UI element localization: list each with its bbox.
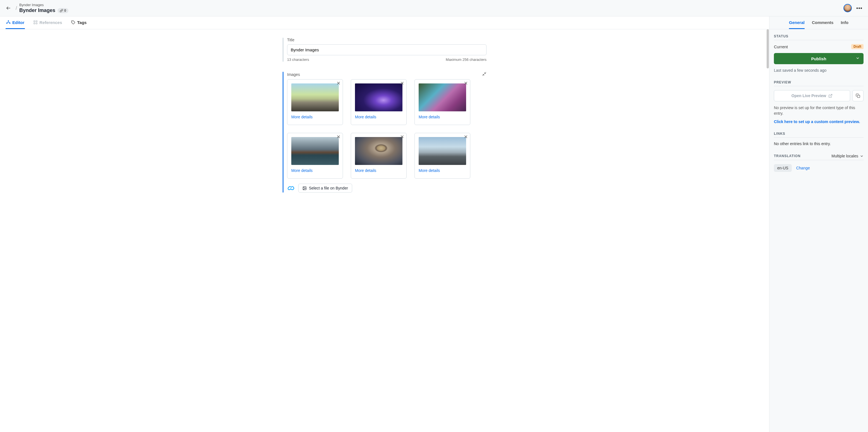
close-icon <box>464 81 468 85</box>
references-count: 0 <box>64 9 66 12</box>
image-card: More details <box>287 79 343 125</box>
tab-tags[interactable]: Tags <box>70 16 87 29</box>
title-max-chars: Maximum 256 characters <box>446 58 487 62</box>
remove-image-button[interactable] <box>336 134 341 140</box>
svg-rect-2 <box>6 23 7 24</box>
close-icon <box>337 135 340 139</box>
status-badge: Draft <box>851 44 864 49</box>
svg-line-23 <box>830 94 832 96</box>
breadcrumb-content-type[interactable]: Bynder Images <box>19 3 68 7</box>
svg-rect-5 <box>36 21 37 22</box>
references-badge[interactable]: 0 <box>58 8 68 13</box>
close-icon <box>400 81 404 85</box>
back-button[interactable] <box>6 5 11 11</box>
image-thumbnail <box>291 137 339 165</box>
image-card: More details <box>414 133 470 178</box>
remove-image-button[interactable] <box>463 134 468 140</box>
page-title: Bynder Images <box>19 7 55 13</box>
field-images: Images More details <box>283 72 487 193</box>
main-tabs: Editor References Tags <box>0 16 769 29</box>
remove-image-button[interactable] <box>336 81 341 87</box>
image-thumbnail <box>355 84 402 111</box>
tag-icon <box>71 20 75 25</box>
image-card: More details <box>351 133 407 178</box>
publish-button[interactable]: Publish <box>774 53 864 64</box>
bynder-logo-icon <box>287 185 294 192</box>
image-thumbnail <box>418 137 466 165</box>
chevron-down-icon <box>860 154 864 158</box>
more-details-link[interactable]: More details <box>291 168 312 173</box>
title-input[interactable] <box>287 44 487 55</box>
sidebar-tab-comments[interactable]: Comments <box>812 16 834 29</box>
preview-heading: PREVIEW <box>774 80 864 86</box>
copy-preview-button[interactable] <box>852 90 864 101</box>
close-icon <box>464 135 468 139</box>
references-icon <box>33 20 38 25</box>
translation-heading: TRANSLATION <box>774 154 801 158</box>
chevron-down-icon <box>856 56 860 61</box>
last-saved-text: Last saved a few seconds ago <box>774 68 864 72</box>
locale-pill: en-US <box>774 164 792 172</box>
image-card: More details <box>414 79 470 125</box>
image-thumbnail <box>291 84 339 111</box>
svg-rect-7 <box>36 23 37 24</box>
tab-references: References <box>33 16 63 29</box>
sidebar-tab-general[interactable]: General <box>789 16 805 29</box>
sidebar-tab-info[interactable]: Info <box>841 16 848 29</box>
close-icon <box>337 81 340 85</box>
select-file-button[interactable]: Select a file on Bynder <box>298 184 352 193</box>
avatar[interactable] <box>843 4 852 12</box>
preview-desc: No preview is set up for the content typ… <box>774 105 864 116</box>
image-thumbnail <box>355 137 402 165</box>
setup-preview-link[interactable]: Click here to set up a custom content pr… <box>774 120 860 124</box>
more-details-link[interactable]: More details <box>291 115 312 119</box>
svg-rect-3 <box>9 23 10 24</box>
svg-rect-1 <box>8 21 9 22</box>
svg-rect-4 <box>34 21 35 22</box>
multiple-locales-dropdown[interactable]: Multiple locales <box>831 154 864 158</box>
field-title-label: Title <box>287 38 487 42</box>
svg-rect-6 <box>34 23 35 24</box>
status-current-label: Current <box>774 44 788 49</box>
remove-image-button[interactable] <box>463 81 468 87</box>
tab-editor[interactable]: Editor <box>6 16 25 29</box>
image-card: More details <box>351 79 407 125</box>
links-desc: No other entries link to this entry. <box>774 141 864 146</box>
field-expand-button[interactable] <box>482 72 487 77</box>
editor-icon <box>6 20 10 25</box>
remove-image-button[interactable] <box>400 134 405 140</box>
close-icon <box>400 135 404 139</box>
more-details-link[interactable]: More details <box>418 168 440 173</box>
external-link-icon <box>828 94 833 98</box>
more-details-link[interactable]: More details <box>355 168 376 173</box>
field-images-label: Images <box>287 72 300 77</box>
remove-image-button[interactable] <box>400 81 405 87</box>
status-heading: STATUS <box>774 34 864 40</box>
svg-rect-24 <box>858 95 860 98</box>
image-icon <box>303 186 307 190</box>
change-locale-link[interactable]: Change <box>796 166 810 170</box>
image-thumbnail <box>418 84 466 111</box>
scrollbar[interactable] <box>767 29 769 68</box>
open-live-preview-button[interactable]: Open Live Preview <box>774 90 850 101</box>
image-card: More details <box>287 133 343 178</box>
more-details-link[interactable]: More details <box>355 115 376 119</box>
copy-icon <box>856 94 860 98</box>
link-icon <box>60 9 63 12</box>
svg-point-22 <box>304 187 304 188</box>
title-char-count: 13 characters <box>287 58 309 62</box>
breadcrumb-separator: / <box>16 5 17 11</box>
more-details-link[interactable]: More details <box>418 115 440 119</box>
header-bar: / Bynder Images Bynder Images 0 ••• <box>0 0 868 16</box>
more-actions-button[interactable]: ••• <box>856 5 862 11</box>
links-heading: LINKS <box>774 132 864 138</box>
sidebar: General Comments Info STATUS Current Dra… <box>769 16 868 432</box>
field-title: Title 13 characters Maximum 256 characte… <box>283 38 487 62</box>
